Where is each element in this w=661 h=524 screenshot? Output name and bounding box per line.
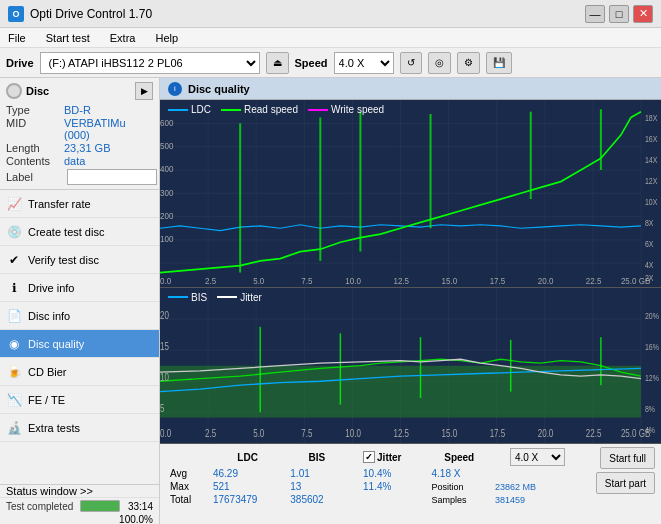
nav-extra-tests[interactable]: 🔬 Extra tests <box>0 414 159 442</box>
label-input[interactable] <box>67 169 157 185</box>
col-header-bis: BIS <box>286 447 347 467</box>
legend-write-speed: Write speed <box>308 104 384 115</box>
main-content: Disc ▶ Type BD-R MID VERBATIMu (000) Len… <box>0 78 661 524</box>
svg-text:2.5: 2.5 <box>205 276 216 287</box>
close-button[interactable]: ✕ <box>633 5 653 23</box>
legend-ldc-label: LDC <box>191 104 211 115</box>
transfer-rate-icon: 📈 <box>6 196 22 212</box>
menu-file[interactable]: File <box>4 28 30 48</box>
svg-text:100: 100 <box>160 234 174 245</box>
svg-text:12%: 12% <box>645 373 659 383</box>
drive-select[interactable]: (F:) ATAPI iHBS112 2 PL06 <box>40 52 260 74</box>
start-part-button[interactable]: Start part <box>596 472 655 494</box>
progress-bar-container <box>80 500 120 512</box>
chart2-container: BIS Jitter <box>160 288 661 444</box>
disc-section: Disc ▶ Type BD-R MID VERBATIMu (000) Len… <box>0 78 159 190</box>
svg-text:500: 500 <box>160 140 174 151</box>
position-val: 23862 MB <box>491 480 584 493</box>
svg-text:20.0: 20.0 <box>538 428 554 439</box>
legend-write-speed-label: Write speed <box>331 104 384 115</box>
samples-val: 381459 <box>491 493 584 506</box>
refresh-button[interactable]: ↺ <box>400 52 422 74</box>
drive-bar: Drive (F:) ATAPI iHBS112 2 PL06 ⏏ Speed … <box>0 48 661 78</box>
speed-label: Speed <box>295 57 328 69</box>
chart1-legend: LDC Read speed Write speed <box>168 104 384 115</box>
nav-cd-bier[interactable]: 🍺 CD Bier <box>0 358 159 386</box>
nav-create-test-disc[interactable]: 💿 Create test disc <box>0 218 159 246</box>
start-full-button[interactable]: Start full <box>600 447 655 469</box>
jitter-checkbox[interactable]: ✓ <box>363 451 375 463</box>
contents-value: data <box>64 155 85 167</box>
fe-te-icon: 📉 <box>6 392 22 408</box>
svg-text:6X: 6X <box>645 239 654 249</box>
nav-disc-quality-label: Disc quality <box>28 338 84 350</box>
mid-value: VERBATIMu (000) <box>64 117 153 141</box>
svg-text:8%: 8% <box>645 404 655 414</box>
svg-text:12.5: 12.5 <box>393 276 409 287</box>
settings-button[interactable]: ⚙ <box>457 52 480 74</box>
svg-text:18X: 18X <box>645 113 657 123</box>
svg-text:7.5: 7.5 <box>301 428 312 439</box>
chart-header-icon: i <box>168 82 182 96</box>
avg-row: Avg 46.29 1.01 10.4% 4.18 X <box>166 467 584 480</box>
speed-mini-select[interactable]: 4.0 X <box>510 448 565 466</box>
total-ldc: 17673479 <box>209 493 286 506</box>
svg-text:14X: 14X <box>645 155 657 165</box>
svg-text:10X: 10X <box>645 197 657 207</box>
app-icon: O <box>8 6 24 22</box>
cd-bier-icon: 🍺 <box>6 364 22 380</box>
nav-verify-test-disc[interactable]: ✔ Verify test disc <box>0 246 159 274</box>
svg-text:10: 10 <box>160 372 169 383</box>
chart1-container: LDC Read speed Write speed <box>160 100 661 288</box>
save-button[interactable]: 💾 <box>486 52 512 74</box>
maximize-button[interactable]: □ <box>609 5 629 23</box>
menu-start-test[interactable]: Start test <box>42 28 94 48</box>
speed-select[interactable]: 4.0 X <box>334 52 394 74</box>
nav-disc-quality[interactable]: ◉ Disc quality <box>0 330 159 358</box>
svg-text:2.5: 2.5 <box>205 428 216 439</box>
svg-text:600: 600 <box>160 117 174 128</box>
nav-transfer-rate[interactable]: 📈 Transfer rate <box>0 190 159 218</box>
time-display: 33:14 <box>128 501 153 512</box>
samples-label: Samples <box>428 493 491 506</box>
nav-drive-info[interactable]: ℹ Drive info <box>0 274 159 302</box>
legend-jitter-label: Jitter <box>240 292 262 303</box>
nav-fe-te[interactable]: 📉 FE / TE <box>0 386 159 414</box>
svg-text:20.0: 20.0 <box>538 276 554 287</box>
progress-row: Test completed 33:14 <box>0 498 159 514</box>
disc-button[interactable]: ◎ <box>428 52 451 74</box>
svg-text:0.0: 0.0 <box>160 276 171 287</box>
svg-text:5.0: 5.0 <box>253 428 264 439</box>
avg-bis: 1.01 <box>286 467 347 480</box>
svg-text:17.5: 17.5 <box>490 428 506 439</box>
eject-button[interactable]: ⏏ <box>266 52 289 74</box>
status-window-label: Status window >> <box>6 485 93 497</box>
nav-disc-info[interactable]: 📄 Disc info <box>0 302 159 330</box>
menu-extra[interactable]: Extra <box>106 28 140 48</box>
svg-text:10.0: 10.0 <box>345 428 361 439</box>
chart-title: Disc quality <box>188 83 250 95</box>
svg-text:0.0: 0.0 <box>160 428 171 439</box>
disc-change-button[interactable]: ▶ <box>135 82 153 100</box>
svg-text:2X: 2X <box>645 273 654 283</box>
total-label: Total <box>166 493 209 506</box>
max-ldc: 521 <box>209 480 286 493</box>
status-window-button[interactable]: Status window >> <box>0 485 159 498</box>
svg-text:12.5: 12.5 <box>393 428 409 439</box>
minimize-button[interactable]: — <box>585 5 605 23</box>
svg-rect-63 <box>160 365 641 417</box>
stats-table: LDC BIS ✓ Jitter Speed <box>166 447 584 506</box>
svg-text:200: 200 <box>160 210 174 221</box>
svg-text:20%: 20% <box>645 311 659 321</box>
speed-label-stat: 4.18 X <box>428 467 491 480</box>
svg-text:300: 300 <box>160 187 174 198</box>
write-speed-color <box>308 109 328 111</box>
status-message: Test completed <box>6 501 76 512</box>
svg-text:15.0: 15.0 <box>442 428 458 439</box>
type-value: BD-R <box>64 104 91 116</box>
label-label: Label <box>6 171 64 183</box>
col-header-ldc: LDC <box>209 447 286 467</box>
menu-help[interactable]: Help <box>151 28 182 48</box>
svg-text:16X: 16X <box>645 134 657 144</box>
svg-text:20: 20 <box>160 310 169 321</box>
